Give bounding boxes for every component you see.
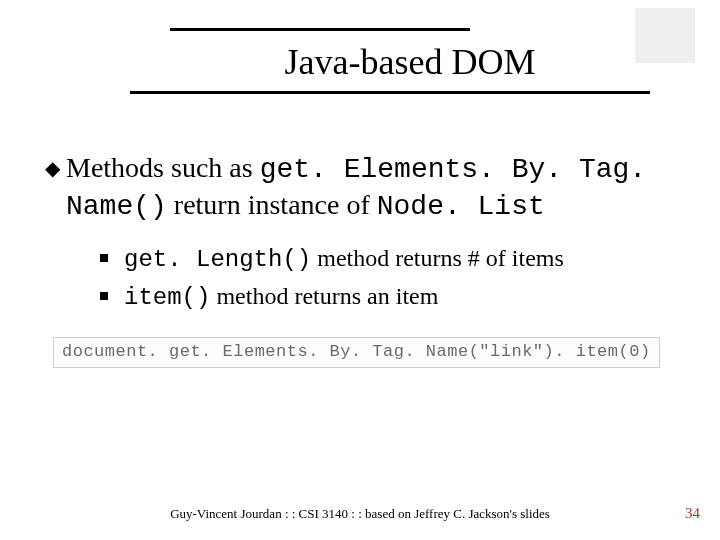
slide-title: Java-based DOM	[170, 41, 650, 83]
page-number: 34	[685, 505, 700, 522]
slide-footer: Guy-Vincent Jourdan : : CSI 3140 : : bas…	[0, 506, 720, 522]
list-item-text: item() method returns an item	[124, 280, 438, 314]
sub-bullet-list: get. Length() method returns # of items …	[100, 242, 680, 315]
text-fragment: method returns # of items	[311, 245, 564, 271]
list-item: item() method returns an item	[100, 280, 680, 314]
title-rule-top	[170, 28, 470, 31]
title-block: Java-based DOM	[170, 28, 650, 94]
slide-body: ◆ Methods such as get. Elements. By. Tag…	[45, 150, 680, 368]
title-rule-bottom	[130, 91, 650, 94]
text-fragment: method returns an item	[210, 283, 438, 309]
code-fragment: Node. List	[377, 191, 545, 222]
list-item-text: get. Length() method returns # of items	[124, 242, 564, 276]
bullet-main-text: Methods such as get. Elements. By. Tag. …	[66, 150, 680, 224]
bullet-main: ◆ Methods such as get. Elements. By. Tag…	[45, 150, 680, 224]
square-bullet-icon	[100, 292, 108, 300]
text-fragment: Methods such as	[66, 152, 260, 183]
diamond-bullet-icon: ◆	[45, 150, 60, 186]
list-item: get. Length() method returns # of items	[100, 242, 680, 276]
code-fragment: get. Length()	[124, 246, 311, 273]
text-fragment: return instance of	[167, 189, 377, 220]
code-fragment: item()	[124, 284, 210, 311]
square-bullet-icon	[100, 254, 108, 262]
code-sample-image: document. get. Elements. By. Tag. Name("…	[53, 337, 660, 368]
